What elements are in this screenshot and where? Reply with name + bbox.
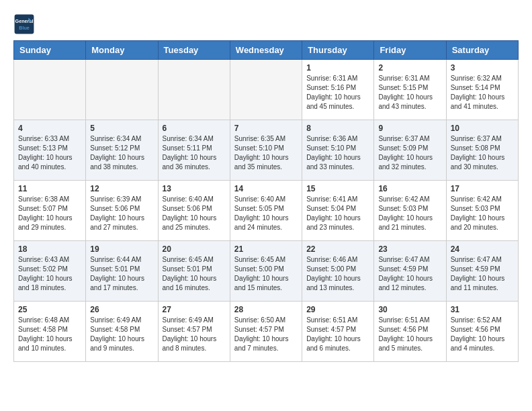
day-cell-11: 11Sunrise: 6:38 AMSunset: 5:07 PMDayligh… (14, 181, 86, 241)
day-cell-26: 26Sunrise: 6:49 AMSunset: 4:58 PMDayligh… (86, 302, 158, 362)
day-number: 27 (163, 305, 226, 314)
day-info: Sunrise: 6:49 AMSunset: 4:58 PMDaylight:… (90, 316, 153, 353)
day-cell-20: 20Sunrise: 6:45 AMSunset: 5:01 PMDayligh… (158, 241, 230, 302)
day-cell-30: 30Sunrise: 6:51 AMSunset: 4:56 PMDayligh… (374, 302, 446, 362)
day-info: Sunrise: 6:50 AMSunset: 4:57 PMDaylight:… (234, 316, 298, 353)
day-info: Sunrise: 6:39 AMSunset: 5:06 PMDaylight:… (90, 195, 153, 232)
day-info: Sunrise: 6:42 AMSunset: 5:03 PMDaylight:… (378, 195, 441, 232)
empty-cell (86, 60, 158, 120)
day-number: 15 (306, 184, 369, 193)
day-cell-21: 21Sunrise: 6:45 AMSunset: 5:00 PMDayligh… (230, 241, 302, 302)
week-row-1: 1Sunrise: 6:31 AMSunset: 5:16 PMDaylight… (14, 60, 519, 120)
day-info: Sunrise: 6:43 AMSunset: 5:02 PMDaylight:… (18, 255, 81, 293)
day-cell-25: 25Sunrise: 6:48 AMSunset: 4:58 PMDayligh… (14, 302, 86, 362)
day-cell-2: 2Sunrise: 6:31 AMSunset: 5:15 PMDaylight… (374, 60, 446, 120)
day-cell-22: 22Sunrise: 6:46 AMSunset: 5:00 PMDayligh… (302, 241, 374, 302)
day-info: Sunrise: 6:51 AMSunset: 4:56 PMDaylight:… (378, 316, 441, 353)
day-info: Sunrise: 6:35 AMSunset: 5:10 PMDaylight:… (234, 134, 298, 172)
day-cell-24: 24Sunrise: 6:47 AMSunset: 4:59 PMDayligh… (446, 241, 518, 302)
weekday-header-thursday: Thursday (302, 41, 374, 60)
day-info: Sunrise: 6:37 AMSunset: 5:09 PMDaylight:… (378, 134, 441, 172)
week-row-2: 4Sunrise: 6:33 AMSunset: 5:13 PMDaylight… (14, 120, 519, 181)
day-cell-13: 13Sunrise: 6:40 AMSunset: 5:06 PMDayligh… (158, 181, 230, 241)
day-number: 10 (451, 124, 514, 133)
day-number: 6 (163, 124, 226, 133)
day-number: 3 (451, 63, 514, 73)
day-number: 4 (18, 124, 81, 133)
day-cell-7: 7Sunrise: 6:35 AMSunset: 5:10 PMDaylight… (230, 120, 302, 181)
logo-icon: General Blue (13, 13, 35, 35)
day-cell-8: 8Sunrise: 6:36 AMSunset: 5:10 PMDaylight… (302, 120, 374, 181)
day-number: 11 (18, 184, 81, 193)
day-cell-16: 16Sunrise: 6:42 AMSunset: 5:03 PMDayligh… (374, 181, 446, 241)
day-info: Sunrise: 6:42 AMSunset: 5:03 PMDaylight:… (451, 195, 514, 232)
weekday-header-saturday: Saturday (446, 41, 518, 60)
day-number: 23 (378, 244, 441, 254)
svg-text:Blue: Blue (19, 25, 30, 31)
day-cell-29: 29Sunrise: 6:51 AMSunset: 4:57 PMDayligh… (302, 302, 374, 362)
day-info: Sunrise: 6:36 AMSunset: 5:10 PMDaylight:… (306, 134, 369, 172)
day-cell-12: 12Sunrise: 6:39 AMSunset: 5:06 PMDayligh… (86, 181, 158, 241)
day-number: 24 (451, 244, 514, 254)
weekday-header-wednesday: Wednesday (230, 41, 302, 60)
day-cell-9: 9Sunrise: 6:37 AMSunset: 5:09 PMDaylight… (374, 120, 446, 181)
calendar-table: SundayMondayTuesdayWednesdayThursdayFrid… (13, 40, 519, 362)
day-number: 9 (378, 124, 441, 133)
day-cell-5: 5Sunrise: 6:34 AMSunset: 5:12 PMDaylight… (86, 120, 158, 181)
day-number: 14 (234, 184, 298, 193)
day-cell-1: 1Sunrise: 6:31 AMSunset: 5:16 PMDaylight… (302, 60, 374, 120)
day-info: Sunrise: 6:33 AMSunset: 5:13 PMDaylight:… (18, 134, 81, 172)
day-number: 12 (90, 184, 153, 193)
weekday-header-tuesday: Tuesday (158, 41, 230, 60)
day-info: Sunrise: 6:47 AMSunset: 4:59 PMDaylight:… (378, 255, 441, 293)
day-info: Sunrise: 6:45 AMSunset: 5:01 PMDaylight:… (163, 255, 226, 293)
day-number: 5 (90, 124, 153, 133)
day-number: 30 (378, 305, 441, 314)
day-number: 19 (90, 244, 153, 254)
day-info: Sunrise: 6:45 AMSunset: 5:00 PMDaylight:… (234, 255, 298, 293)
day-info: Sunrise: 6:44 AMSunset: 5:01 PMDaylight:… (90, 255, 153, 293)
day-cell-6: 6Sunrise: 6:34 AMSunset: 5:11 PMDaylight… (158, 120, 230, 181)
day-number: 21 (234, 244, 298, 254)
day-number: 13 (163, 184, 226, 193)
day-number: 25 (18, 305, 81, 314)
empty-cell (158, 60, 230, 120)
empty-cell (14, 60, 86, 120)
day-cell-17: 17Sunrise: 6:42 AMSunset: 5:03 PMDayligh… (446, 181, 518, 241)
day-info: Sunrise: 6:46 AMSunset: 5:00 PMDaylight:… (306, 255, 369, 293)
day-cell-14: 14Sunrise: 6:40 AMSunset: 5:05 PMDayligh… (230, 181, 302, 241)
day-cell-27: 27Sunrise: 6:49 AMSunset: 4:57 PMDayligh… (158, 302, 230, 362)
day-info: Sunrise: 6:37 AMSunset: 5:08 PMDaylight:… (451, 134, 514, 172)
day-info: Sunrise: 6:47 AMSunset: 4:59 PMDaylight:… (451, 255, 514, 293)
day-cell-28: 28Sunrise: 6:50 AMSunset: 4:57 PMDayligh… (230, 302, 302, 362)
day-number: 2 (378, 63, 441, 73)
day-cell-31: 31Sunrise: 6:52 AMSunset: 4:56 PMDayligh… (446, 302, 518, 362)
day-cell-15: 15Sunrise: 6:41 AMSunset: 5:04 PMDayligh… (302, 181, 374, 241)
day-cell-3: 3Sunrise: 6:32 AMSunset: 5:14 PMDaylight… (446, 60, 518, 120)
day-cell-23: 23Sunrise: 6:47 AMSunset: 4:59 PMDayligh… (374, 241, 446, 302)
weekday-header-row: SundayMondayTuesdayWednesdayThursdayFrid… (14, 41, 519, 60)
week-row-3: 11Sunrise: 6:38 AMSunset: 5:07 PMDayligh… (14, 181, 519, 241)
day-number: 17 (451, 184, 514, 193)
day-info: Sunrise: 6:31 AMSunset: 5:16 PMDaylight:… (306, 74, 369, 111)
day-cell-19: 19Sunrise: 6:44 AMSunset: 5:01 PMDayligh… (86, 241, 158, 302)
day-info: Sunrise: 6:34 AMSunset: 5:12 PMDaylight:… (90, 134, 153, 172)
day-number: 20 (163, 244, 226, 254)
day-info: Sunrise: 6:51 AMSunset: 4:57 PMDaylight:… (306, 316, 369, 353)
day-number: 22 (306, 244, 369, 254)
weekday-header-sunday: Sunday (14, 41, 86, 60)
day-number: 28 (234, 305, 298, 314)
day-info: Sunrise: 6:31 AMSunset: 5:15 PMDaylight:… (378, 74, 441, 111)
day-info: Sunrise: 6:49 AMSunset: 4:57 PMDaylight:… (163, 316, 226, 353)
day-cell-4: 4Sunrise: 6:33 AMSunset: 5:13 PMDaylight… (14, 120, 86, 181)
day-cell-18: 18Sunrise: 6:43 AMSunset: 5:02 PMDayligh… (14, 241, 86, 302)
day-number: 7 (234, 124, 298, 133)
day-number: 29 (306, 305, 369, 314)
weekday-header-monday: Monday (86, 41, 158, 60)
day-info: Sunrise: 6:48 AMSunset: 4:58 PMDaylight:… (18, 316, 81, 353)
week-row-4: 18Sunrise: 6:43 AMSunset: 5:02 PMDayligh… (14, 241, 519, 302)
day-number: 26 (90, 305, 153, 314)
day-info: Sunrise: 6:34 AMSunset: 5:11 PMDaylight:… (163, 134, 226, 172)
day-info: Sunrise: 6:52 AMSunset: 4:56 PMDaylight:… (451, 316, 514, 353)
day-cell-10: 10Sunrise: 6:37 AMSunset: 5:08 PMDayligh… (446, 120, 518, 181)
